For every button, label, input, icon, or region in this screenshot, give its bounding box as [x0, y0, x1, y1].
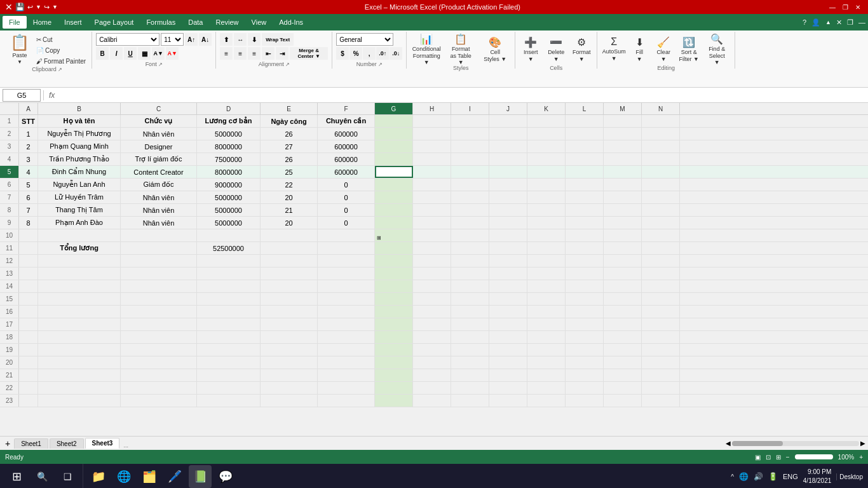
scroll-right-icon[interactable]: ▶: [860, 440, 865, 447]
cell-k5[interactable]: [527, 166, 566, 178]
increase-decimal-button[interactable]: .0↑: [376, 47, 389, 60]
cell-f11[interactable]: [318, 242, 375, 254]
cell-j4[interactable]: [489, 153, 527, 165]
cell-a5[interactable]: 4: [19, 166, 38, 178]
fill-color-button[interactable]: A▼: [152, 47, 165, 60]
cell-a9[interactable]: 8: [19, 217, 38, 229]
cell-a7[interactable]: 6: [19, 191, 38, 203]
cell-e6[interactable]: 22: [261, 179, 318, 191]
cell-i6[interactable]: [451, 179, 489, 191]
underline-button[interactable]: U: [124, 47, 137, 60]
row-number[interactable]: 23: [0, 395, 19, 407]
cell-j10[interactable]: [489, 229, 527, 241]
show-desktop-button[interactable]: Desktop: [836, 473, 863, 480]
normal-view-icon[interactable]: ▣: [755, 454, 761, 461]
cell-m6[interactable]: [604, 179, 642, 191]
col-header-h[interactable]: H: [413, 103, 451, 114]
menu-view[interactable]: View: [245, 16, 273, 29]
italic-button[interactable]: I: [110, 47, 123, 60]
row-number[interactable]: 5: [0, 166, 19, 178]
cell-m3[interactable]: [604, 140, 642, 152]
row-number[interactable]: 19: [0, 344, 19, 356]
close-button[interactable]: ✕: [853, 3, 863, 11]
row-number[interactable]: 12: [0, 255, 19, 267]
cell-k11[interactable]: [527, 242, 566, 254]
cell-h1[interactable]: [413, 115, 451, 127]
col-header-a[interactable]: A: [19, 103, 38, 114]
cell-j7[interactable]: [489, 191, 527, 203]
grid-body[interactable]: 1 STT Họ và tên Chức vụ Lương cơ bản Ngà…: [0, 115, 868, 436]
cell-e4[interactable]: 26: [261, 153, 318, 165]
cell-j6[interactable]: [489, 179, 527, 191]
cell-c4[interactable]: Trợ lí giám đốc: [121, 153, 197, 165]
cell-d8[interactable]: 5000000: [197, 204, 261, 216]
restore-excel-button[interactable]: ❐: [847, 18, 853, 27]
cell-c11[interactable]: [121, 242, 197, 254]
col-header-f[interactable]: F: [318, 103, 375, 114]
cell-l8[interactable]: [566, 204, 604, 216]
cell-a3[interactable]: 2: [19, 140, 38, 152]
cell-e10[interactable]: [261, 229, 318, 241]
cell-h10[interactable]: [413, 229, 451, 241]
cell-a2[interactable]: 1: [19, 128, 38, 140]
cell-l2[interactable]: [566, 128, 604, 140]
menu-addins[interactable]: Add-Ins: [273, 16, 309, 29]
conditional-formatting-button[interactable]: 📊 Conditional Formatting ▼: [410, 33, 442, 65]
cell-c5[interactable]: Content Creator: [121, 166, 197, 178]
quick-save[interactable]: 💾: [15, 3, 25, 11]
row-number[interactable]: 16: [0, 306, 19, 318]
cell-k7[interactable]: [527, 191, 566, 203]
cell-e1[interactable]: Ngày công: [261, 115, 318, 127]
format-button[interactable]: ⚙ Format ▼: [570, 33, 593, 65]
start-button[interactable]: ⊞: [5, 465, 28, 488]
quick-customize[interactable]: ▼: [52, 4, 58, 10]
increase-indent-button[interactable]: ⇥: [276, 47, 288, 60]
border-button[interactable]: ▦: [138, 47, 151, 60]
cell-g1[interactable]: [375, 115, 413, 127]
cell-b9[interactable]: Phạm Anh Đào: [38, 217, 121, 229]
zoom-in-icon[interactable]: +: [859, 454, 863, 461]
accounting-button[interactable]: $: [336, 47, 349, 60]
row-number[interactable]: 21: [0, 369, 19, 381]
cell-c10[interactable]: [121, 229, 197, 241]
decrease-font-button[interactable]: A↓: [199, 33, 212, 46]
number-expand[interactable]: ↗: [378, 62, 383, 67]
cell-styles-button[interactable]: 🎨 Cell Styles ▼: [479, 33, 511, 65]
cell-h3[interactable]: [413, 140, 451, 152]
font-size-select[interactable]: 11: [161, 33, 184, 46]
cell-i4[interactable]: [451, 153, 489, 165]
row-number[interactable]: 13: [0, 268, 19, 280]
menu-file[interactable]: File: [3, 16, 27, 29]
battery-icon[interactable]: 🔋: [768, 472, 778, 481]
cell-d10[interactable]: [197, 229, 261, 241]
decrease-indent-button[interactable]: ⇤: [262, 47, 275, 60]
decrease-decimal-button[interactable]: .0↓: [390, 47, 402, 60]
cell-g5[interactable]: [375, 166, 413, 178]
close-excel-button[interactable]: ✕: [836, 18, 842, 27]
cell-h9[interactable]: [413, 217, 451, 229]
account-icon[interactable]: 👤: [811, 18, 820, 27]
cell-g6[interactable]: [375, 179, 413, 191]
cell-a1[interactable]: STT: [19, 115, 38, 127]
fill-button[interactable]: ⬇ Fill ▼: [628, 33, 651, 65]
zoom-out-icon[interactable]: −: [786, 454, 790, 461]
cell-g11[interactable]: [375, 242, 413, 254]
cell-e3[interactable]: 27: [261, 140, 318, 152]
row-number[interactable]: 3: [0, 140, 19, 152]
cell-l6[interactable]: [566, 179, 604, 191]
cell-g8[interactable]: [375, 204, 413, 216]
percent-button[interactable]: %: [349, 47, 362, 60]
row-number[interactable]: 11: [0, 242, 19, 254]
cell-g4[interactable]: [375, 153, 413, 165]
align-center-button[interactable]: ≡: [234, 47, 247, 60]
row-number[interactable]: 20: [0, 356, 19, 369]
cell-n8[interactable]: [642, 204, 680, 216]
minimize-excel-button[interactable]: —: [858, 18, 865, 26]
cell-l4[interactable]: [566, 153, 604, 165]
cell-b8[interactable]: Thang Thị Tâm: [38, 204, 121, 216]
cell-m1[interactable]: [604, 115, 642, 127]
cell-k10[interactable]: [527, 229, 566, 241]
search-button[interactable]: 🔍: [31, 465, 53, 488]
page-break-view-icon[interactable]: ⊞: [776, 454, 781, 461]
cell-b7[interactable]: Lữ Huyền Trâm: [38, 191, 121, 203]
